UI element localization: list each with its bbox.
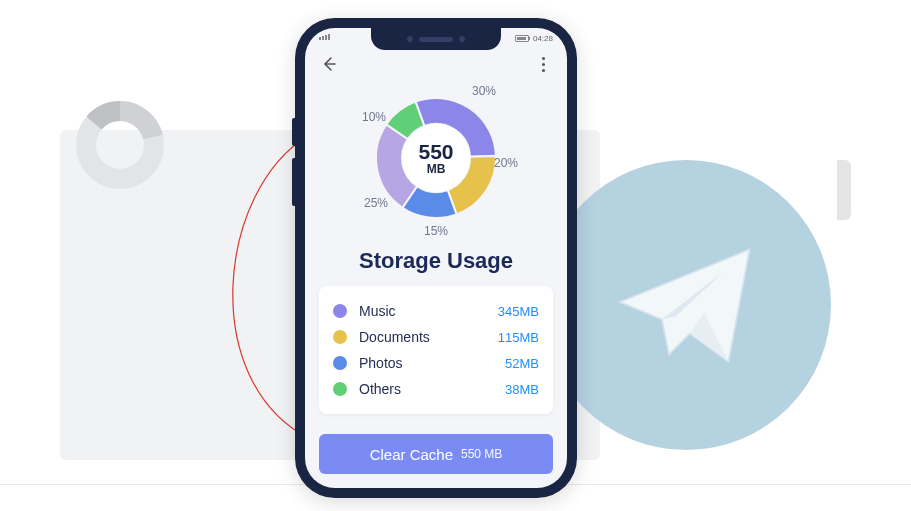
legend-name: Photos bbox=[359, 355, 505, 371]
slice-label-10: 10% bbox=[362, 110, 386, 124]
signal-icon bbox=[319, 34, 330, 40]
storage-donut-chart: 550 MB 30% 20% 15% 25% 10% bbox=[356, 78, 516, 238]
donut-center: 550 MB bbox=[402, 124, 470, 192]
clear-cache-button[interactable]: Clear Cache 550 MB bbox=[319, 434, 553, 474]
slice-label-15: 15% bbox=[424, 224, 448, 238]
battery-icon bbox=[515, 35, 529, 42]
legend-name: Documents bbox=[359, 329, 498, 345]
legend-card: Music345MBDocuments115MBPhotos52MBOthers… bbox=[319, 286, 553, 414]
legend-name: Music bbox=[359, 303, 498, 319]
phone-screen: 04:28 550 MB 30% 20% 15% 25% 10% Storage… bbox=[305, 28, 567, 488]
legend-value: 38MB bbox=[505, 382, 539, 397]
legend-value: 52MB bbox=[505, 356, 539, 371]
legend-value: 345MB bbox=[498, 304, 539, 319]
legend-name: Others bbox=[359, 381, 505, 397]
slice-label-30: 30% bbox=[472, 84, 496, 98]
legend-row: Documents115MB bbox=[333, 324, 539, 350]
legend-row: Music345MB bbox=[333, 298, 539, 324]
legend-row: Others38MB bbox=[333, 376, 539, 402]
legend-dot-icon bbox=[333, 330, 347, 344]
nav-bar bbox=[305, 52, 567, 76]
legend-dot-icon bbox=[333, 382, 347, 396]
clear-cache-size: 550 MB bbox=[461, 447, 502, 461]
status-time: 04:28 bbox=[533, 34, 553, 43]
back-button[interactable] bbox=[319, 54, 339, 74]
background-panel-handle bbox=[837, 160, 851, 220]
legend-value: 115MB bbox=[498, 330, 539, 345]
legend-dot-icon bbox=[333, 356, 347, 370]
page-title: Storage Usage bbox=[305, 248, 567, 274]
legend-dot-icon bbox=[333, 304, 347, 318]
slice-label-25: 25% bbox=[364, 196, 388, 210]
donut-center-value: 550 bbox=[418, 141, 453, 162]
phone-frame: 04:28 550 MB 30% 20% 15% 25% 10% Storage… bbox=[295, 18, 577, 498]
legend-row: Photos52MB bbox=[333, 350, 539, 376]
more-options-button[interactable] bbox=[533, 54, 553, 74]
decorative-donut-icon bbox=[70, 95, 170, 195]
slice-label-20: 20% bbox=[494, 156, 518, 170]
clear-cache-label: Clear Cache bbox=[370, 446, 453, 463]
donut-center-unit: MB bbox=[427, 162, 446, 176]
telegram-logo-icon bbox=[541, 160, 831, 450]
status-bar: 04:28 bbox=[305, 32, 567, 48]
